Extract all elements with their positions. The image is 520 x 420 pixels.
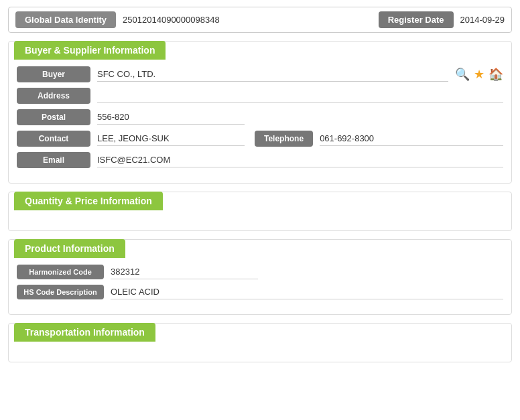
buyer-supplier-header: Buyer & Supplier Information (14, 41, 166, 60)
buyer-row: Buyer SFC CO., LTD. 🔍 ★ 🏠 (17, 66, 503, 82)
address-label: Address (17, 88, 90, 104)
harmonized-code-label: Harmonized Code (17, 265, 104, 279)
contact-row: Contact LEE, JEONG-SUK Telephone 061-692… (17, 131, 503, 147)
address-value (97, 88, 503, 103)
hs-desc-row: HS Code Description OLEIC ACID (17, 285, 503, 299)
product-header: Product Information (14, 239, 125, 258)
postal-row: Postal 556-820 (17, 109, 503, 125)
global-data-label: Global Data Identity (15, 11, 116, 28)
harmonized-code-row: Harmonized Code 382312 (17, 265, 503, 279)
buyer-value: SFC CO., LTD. (97, 67, 448, 82)
buyer-supplier-body: Buyer SFC CO., LTD. 🔍 ★ 🏠 Address Postal… (9, 60, 511, 183)
buyer-icons: 🔍 ★ 🏠 (455, 67, 503, 82)
register-date-label: Register Date (379, 11, 454, 28)
postal-value: 556-820 (97, 110, 245, 125)
hs-desc-label: HS Code Description (17, 285, 104, 299)
address-row: Address (17, 88, 503, 104)
quantity-price-header: Quantity & Price Information (14, 192, 163, 210)
product-body: Harmonized Code 382312 HS Code Descripti… (9, 258, 511, 314)
star-icon[interactable]: ★ (474, 67, 484, 82)
register-date-value: 2014-09-29 (460, 15, 505, 25)
hs-desc-value: OLEIC ACID (111, 285, 503, 299)
harmonized-code-value: 382312 (111, 265, 258, 279)
product-section: Product Information Harmonized Code 3823… (8, 239, 512, 315)
buyer-label: Buyer (17, 66, 90, 82)
home-icon[interactable]: 🏠 (489, 67, 503, 82)
email-row: Email ISFC@EC21.COM (17, 152, 503, 168)
buyer-supplier-section: Buyer & Supplier Information Buyer SFC C… (8, 41, 512, 184)
transportation-section: Transportation Information (8, 323, 512, 362)
quantity-price-section: Quantity & Price Information (8, 192, 512, 231)
postal-label: Postal (17, 109, 90, 125)
search-icon[interactable]: 🔍 (455, 67, 470, 82)
transportation-header: Transportation Information (14, 323, 155, 342)
page-wrapper: Global Data Identity 2501201409000009834… (0, 0, 520, 377)
global-data-value: 25012014090000098348 (123, 15, 365, 25)
telephone-value: 061-692-8300 (320, 131, 503, 146)
email-label: Email (17, 152, 90, 168)
email-value: ISFC@EC21.COM (97, 153, 503, 167)
telephone-label: Telephone (255, 131, 313, 147)
contact-label: Contact (17, 131, 90, 147)
header-bar: Global Data Identity 2501201409000009834… (8, 7, 512, 33)
contact-value: LEE, JEONG-SUK (97, 131, 245, 146)
